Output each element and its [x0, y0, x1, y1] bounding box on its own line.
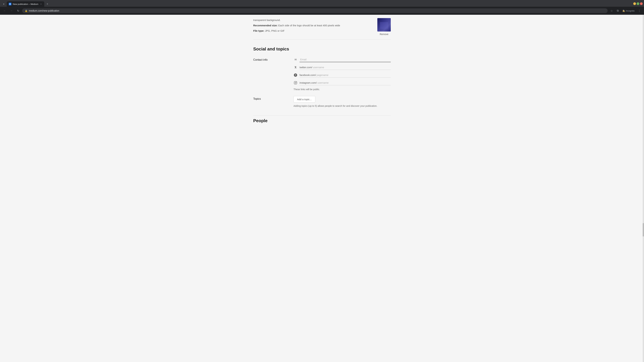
social-section: Social and topics Contact info ✉: [253, 46, 391, 107]
twitter-prefix: twitter.com/: [300, 66, 312, 69]
back-button[interactable]: ←: [2, 8, 8, 13]
svg-point-1: [295, 82, 296, 83]
window-close-button[interactable]: [640, 2, 643, 5]
email-input-wrap: [300, 57, 391, 62]
forward-button[interactable]: →: [9, 8, 14, 13]
scrollbar-thumb[interactable]: [643, 223, 644, 237]
page-content: transparent background. Recommended size…: [0, 15, 644, 362]
public-links-note: These links will be public.: [294, 88, 391, 91]
scrollbar-track: [643, 15, 644, 362]
logo-preview-image: [377, 18, 391, 31]
nav-actions: ☆ ⧉ 🕵 Incognito ⋮: [609, 8, 642, 13]
svg-rect-0: [294, 81, 297, 84]
filetype-value: JPG, PNG or GIF: [265, 29, 284, 32]
split-view-button[interactable]: ⧉: [615, 8, 620, 13]
recommended-value: Each side of the logo should be at least…: [278, 24, 340, 27]
tab-bar: ▾ M New publication – Medium × +: [0, 0, 644, 7]
incognito-label: Incognito: [626, 9, 634, 12]
logo-filetype: File type: JPG, PNG or GIF: [253, 29, 371, 33]
active-tab[interactable]: M New publication – Medium ×: [7, 1, 44, 7]
email-input[interactable]: [300, 57, 391, 62]
facebook-prefix: facebook.com/: [300, 73, 316, 76]
twitter-field-row: 𝕏 twitter.com/: [294, 65, 391, 70]
browser-menu-button[interactable]: ⋮: [636, 8, 642, 13]
logo-recommended: Recommended size: Each side of the logo …: [253, 23, 371, 27]
contact-info-row: Contact info ✉ 𝕏: [253, 57, 391, 91]
address-bar[interactable]: 🔒 medium.com/new-publication: [22, 8, 608, 13]
tab-title: New publication – Medium: [13, 3, 38, 5]
incognito-icon: 🕵: [622, 9, 625, 12]
add-topic-button[interactable]: Add a topic...: [294, 96, 315, 103]
twitter-input-wrap: twitter.com/: [300, 65, 391, 70]
security-lock-icon: 🔒: [25, 9, 28, 12]
url-text: medium.com/new-publication: [29, 9, 605, 12]
email-icon: ✉: [294, 58, 298, 62]
incognito-indicator: 🕵 Incognito: [621, 9, 636, 13]
facebook-icon: f: [294, 73, 298, 77]
recommended-label: Recommended size:: [253, 24, 278, 27]
social-section-title: Social and topics: [253, 46, 391, 52]
filetype-label: File type:: [253, 29, 264, 32]
window-maximize-button[interactable]: [636, 2, 639, 5]
instagram-field-row: instagram.com/: [294, 80, 391, 85]
tab-close-button[interactable]: ×: [40, 3, 42, 5]
people-section: People: [253, 115, 391, 123]
instagram-icon: [294, 81, 298, 85]
bookmark-button[interactable]: ☆: [609, 8, 614, 13]
facebook-field-row: f facebook.com/: [294, 72, 391, 78]
logo-text-info: transparent background. Recommended size…: [253, 18, 371, 34]
topics-fields: Add a topic... Adding topics (up to 5) a…: [294, 96, 391, 107]
tab-switcher-button[interactable]: ▾: [1, 2, 6, 6]
topics-note: Adding topics (up to 5) allows people to…: [294, 105, 391, 107]
instagram-input-wrap: instagram.com/: [300, 80, 391, 85]
instagram-input[interactable]: [317, 80, 391, 85]
contact-info-label: Contact info: [253, 57, 287, 61]
people-section-title: People: [253, 115, 391, 123]
window-minimize-button[interactable]: [633, 2, 636, 5]
navigation-bar: ← → ↻ 🔒 medium.com/new-publication ☆ ⧉ 🕵…: [0, 7, 644, 15]
facebook-input-wrap: facebook.com/: [300, 72, 391, 78]
facebook-input[interactable]: [316, 72, 391, 77]
twitter-input[interactable]: [312, 65, 391, 70]
logo-section-partial: transparent background. Recommended size…: [253, 18, 391, 40]
browser-chrome: ▾ M New publication – Medium × + ← →: [0, 0, 644, 15]
remove-logo-button[interactable]: Remove: [380, 33, 388, 35]
email-field-row: ✉: [294, 57, 391, 62]
topics-label: Topics: [253, 96, 287, 100]
refresh-button[interactable]: ↻: [16, 8, 21, 13]
instagram-prefix: instagram.com/: [300, 81, 317, 84]
twitter-icon: 𝕏: [294, 65, 298, 69]
topics-row: Topics Add a topic... Adding topics (up …: [253, 96, 391, 107]
logo-preview-container: Remove: [377, 18, 391, 35]
logo-info-row: transparent background. Recommended size…: [253, 18, 391, 35]
logo-partial-text: transparent background.: [253, 18, 371, 22]
tab-favicon: M: [9, 3, 12, 5]
logo-preview-img: [377, 18, 391, 31]
new-tab-button[interactable]: +: [45, 2, 50, 6]
contact-fields: ✉ 𝕏 twitter.com/: [294, 57, 391, 91]
